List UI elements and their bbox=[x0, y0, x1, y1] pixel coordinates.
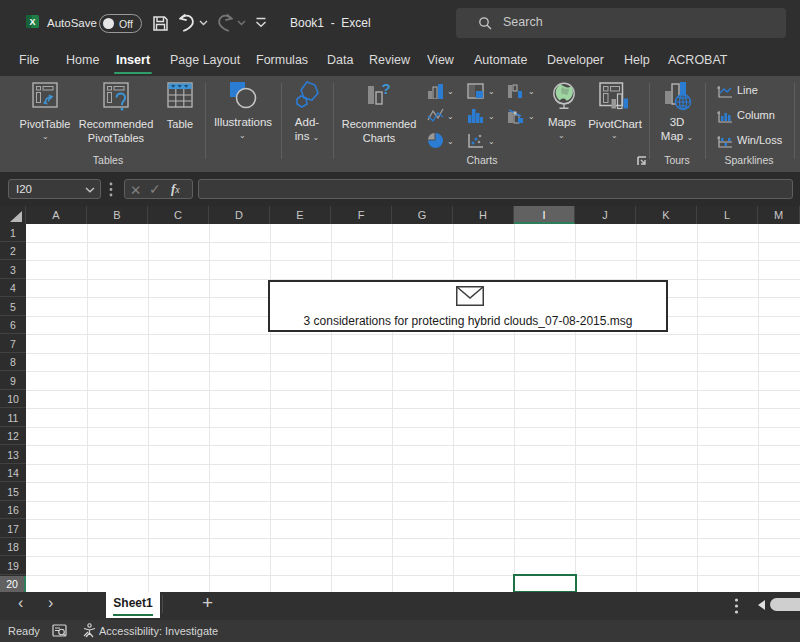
svg-text:X: X bbox=[30, 17, 36, 27]
svg-text:?: ? bbox=[381, 82, 390, 97]
